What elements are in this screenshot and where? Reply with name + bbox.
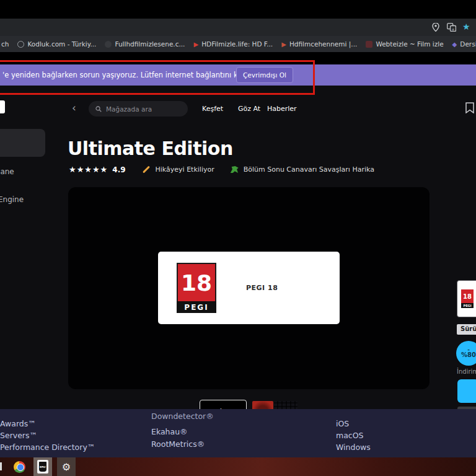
bookmark-star-icon[interactable]: ★ — [462, 22, 470, 32]
footer-link[interactable]: Ekahau® — [151, 427, 188, 436]
age-rating-label: PEGI 18 — [246, 284, 278, 292]
footer-link[interactable]: macOS — [336, 431, 363, 440]
red-favicon — [366, 41, 372, 48]
page-title: Ultimate Edition — [68, 138, 233, 159]
footer-link[interactable]: Windows — [336, 443, 371, 452]
discount-badge: - %80 — [456, 341, 476, 366]
bookmark-item[interactable]: Webteizle ~ Film izle — [366, 40, 443, 48]
sidebar-item-library[interactable]: Kütüphane — [0, 167, 14, 176]
pegi-18-mini-logo: 18 PEGI — [461, 289, 474, 308]
taskbar: EPIC ⚙ — [0, 457, 476, 476]
sidebar-age-rating-thumb: 18 PEGI — [457, 280, 476, 317]
edition-badge: Sürü — [457, 324, 476, 335]
t-rex-icon — [231, 166, 239, 173]
play-favicon: ▶ — [193, 41, 198, 48]
taskbar-epic-button-active[interactable]: EPIC — [33, 457, 52, 476]
bookmark-item[interactable]: ▶Hdfilmcehennemi |... — [281, 40, 357, 48]
tag-boss: Bölüm Sonu Canavarı Savaşları Harika — [244, 165, 374, 174]
play-favicon: ▶ — [281, 41, 286, 48]
star-rating-icons: ★★★★★ — [69, 165, 108, 174]
tag-story: Hikâyeyi Etkiliyor — [156, 165, 214, 174]
media-player[interactable]: 18 PEGI PEGI 18 — [68, 187, 430, 389]
rating-row: ★★★★★ 4.9 Hikâyeyi Etkiliyor Bölüm Sonu … — [69, 165, 374, 174]
epic-launcher-icon: EPIC — [37, 460, 48, 474]
bookmark-item[interactable]: Fullhdfilmizlesene.c... — [105, 40, 185, 48]
sidebar-item-unreal-engine[interactable]: Unreal Engine — [0, 195, 24, 204]
footer-link[interactable]: iOS — [336, 419, 349, 428]
back-chevron-icon[interactable]: ‹ — [72, 102, 76, 114]
bookmark-item[interactable]: Kodluk.com - Türkiy... — [17, 40, 96, 48]
bookmark-item[interactable]: ch — [1, 40, 9, 48]
offline-warning-banner: 'e yeniden bağlarken sorun yaşıyoruz. Lü… — [0, 64, 476, 86]
buy-button[interactable] — [457, 379, 476, 403]
discount-note: İndirim — [457, 368, 476, 375]
globe-favicon — [17, 41, 24, 48]
gear-icon: ⚙ — [62, 461, 71, 473]
store-search-input[interactable]: Mağazada ara — [89, 101, 188, 117]
search-icon — [95, 106, 102, 112]
bookmark-item[interactable]: ▶HDFilmizle.life: HD F... — [193, 40, 273, 48]
rating-value: 4.9 — [112, 165, 125, 174]
screen: a ★ ch Kodluk.com - Türkiy... Fullhdfilm… — [0, 0, 476, 476]
epic-games-logo — [0, 100, 5, 113]
go-offline-button[interactable]: Çevrimdışı Ol — [236, 67, 293, 83]
footer-link[interactable]: Servers™ — [0, 431, 37, 440]
footer-link[interactable]: Awards™ — [0, 419, 36, 428]
footer-link[interactable]: Downdetector® — [151, 412, 214, 421]
taskbar-clipped-icon — [0, 462, 2, 470]
browser-address-bar[interactable]: a ★ — [0, 19, 476, 36]
chrome-icon — [14, 461, 25, 473]
taskbar-chrome-button[interactable] — [14, 457, 25, 476]
footer-link[interactable]: Performance Directory™ — [0, 443, 95, 452]
nav-link-discover[interactable]: Keşfet — [202, 105, 223, 113]
age-rating-card: 18 PEGI PEGI 18 — [158, 252, 340, 324]
taskbar-settings-button[interactable]: ⚙ — [57, 457, 76, 476]
bookmarks-bar: ch Kodluk.com - Türkiy... Fullhdfilmizle… — [0, 36, 476, 52]
purple-favicon: ◆ — [452, 41, 457, 48]
location-pin-icon[interactable] — [432, 23, 439, 32]
wishlist-bookmark-icon[interactable] — [465, 102, 474, 113]
footer-link[interactable]: RootMetrics® — [151, 439, 205, 449]
nav-link-browse[interactable]: Göz At — [238, 105, 260, 113]
search-placeholder: Mağazada ara — [106, 105, 152, 113]
translate-icon[interactable]: a — [447, 23, 456, 32]
sidebar-item-store-selected[interactable] — [0, 129, 45, 157]
epic-launcher-window: Kütüphane Unreal Engine ‹ Mağazada ara K… — [0, 86, 476, 416]
nav-link-news[interactable]: Haberler — [267, 105, 297, 113]
bookmark-item[interactable]: ◆Dersimis — [452, 40, 476, 48]
dark-favicon — [105, 41, 112, 48]
webpage-footer: Awards™ Servers™ Performance Directory™ … — [0, 409, 476, 457]
story-pencil-icon — [143, 165, 150, 173]
pegi-18-logo: 18 PEGI — [177, 263, 216, 313]
offline-warning-text: 'e yeniden bağlarken sorun yaşıyoruz. Lü… — [2, 71, 270, 79]
svg-text:a: a — [452, 27, 454, 31]
